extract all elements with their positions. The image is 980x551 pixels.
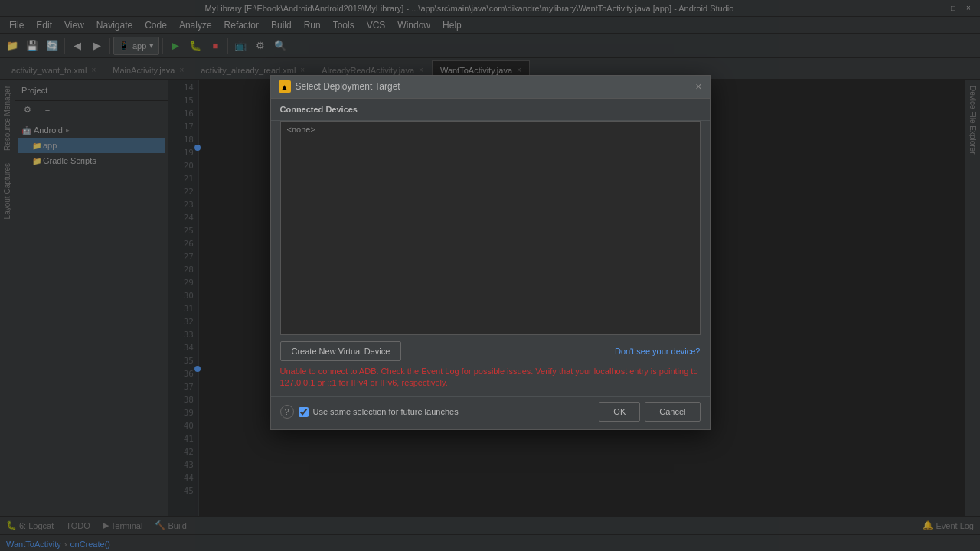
dialog-cancel-button[interactable]: Cancel [645, 402, 700, 422]
dialog-ok-button[interactable]: OK [599, 402, 640, 422]
dialog-body: Connected Devices <none> Create New Virt… [271, 99, 710, 430]
dialog-bottom-left: ? Use same selection for future launches [280, 405, 459, 419]
dialog-title-icon: ▲ [279, 80, 291, 93]
device-list-none: <none> [281, 122, 700, 137]
dialog-help-button[interactable]: ? [280, 405, 294, 419]
dialog-footer: Create New Virtual Device Don't see your… [271, 335, 710, 397]
dialog-btn-row: Create New Virtual Device Don't see your… [280, 341, 701, 361]
dialog-close-button[interactable]: × [695, 80, 701, 93]
dialog-title-text: Select Deployment Target [296, 81, 400, 92]
dialog-error-text: Unable to connect to ADB. Check the Even… [280, 366, 701, 394]
future-launches-checkbox[interactable] [299, 407, 309, 417]
dialog-bottom-row: ? Use same selection for future launches… [271, 396, 710, 429]
dialog-title-bar: ▲ Select Deployment Target × [271, 76, 710, 99]
dialog-action-buttons: OK Cancel [599, 402, 700, 422]
connected-devices-header: Connected Devices [271, 99, 710, 121]
select-deployment-dialog: ▲ Select Deployment Target × Connected D… [270, 75, 710, 431]
create-virtual-device-button[interactable]: Create New Virtual Device [280, 341, 402, 361]
future-launches-label: Use same selection for future launches [313, 407, 459, 416]
dialog-overlay: ▲ Select Deployment Target × Connected D… [0, 0, 980, 551]
dont-see-device-link[interactable]: Don't see your device? [615, 347, 701, 356]
device-list[interactable]: <none> [280, 121, 701, 335]
dialog-title-left: ▲ Select Deployment Target [279, 80, 400, 93]
